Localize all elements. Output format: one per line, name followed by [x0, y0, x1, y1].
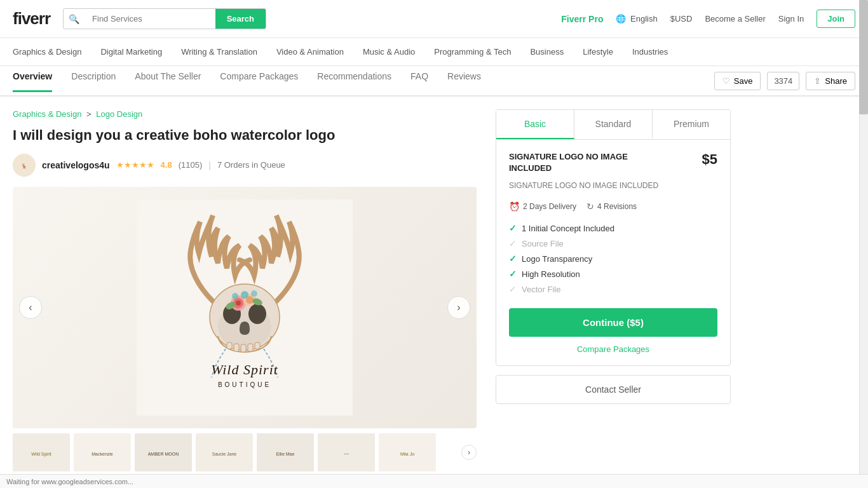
- main-content: Graphics & Design > Logo Design I will d…: [0, 97, 868, 471]
- nav-video-animation[interactable]: Video & Animation: [276, 47, 344, 57]
- svg-point-6: [248, 304, 266, 324]
- svg-text:AMBER MOON: AMBER MOON: [148, 452, 179, 456]
- join-button[interactable]: Join: [817, 10, 855, 28]
- nav-industries[interactable]: Industries: [632, 47, 668, 57]
- package-title: SIGNATURE LOGO NO IMAGE INCLUDED: [509, 151, 636, 174]
- thumbnail-2[interactable]: Mackenzie: [74, 433, 131, 471]
- nav-digital-marketing[interactable]: Digital Marketing: [100, 47, 162, 57]
- tab-recommendations[interactable]: Recommendations: [317, 71, 391, 92]
- svg-text:Ellie Mae: Ellie Mae: [276, 452, 295, 456]
- share-button[interactable]: ⇧ Share: [806, 72, 855, 90]
- seller-info: 🦌 creativelogos4u ★★★★★ 4.8 (1105) | 7 O…: [13, 154, 477, 177]
- svg-text:Mila Jo: Mila Jo: [400, 452, 414, 456]
- avatar: 🦌: [13, 154, 36, 177]
- tab-reviews[interactable]: Reviews: [447, 71, 481, 92]
- continue-button[interactable]: Continue ($5): [509, 308, 717, 337]
- package-features: ✓ 1 Initial Concept Included ✓ Source Fi…: [509, 220, 717, 297]
- feature-label: High Resolution: [522, 269, 580, 279]
- revisions-meta: ↻ 4 Revisions: [587, 201, 637, 212]
- svg-rect-10: [248, 344, 253, 351]
- tab-standard[interactable]: Standard: [574, 110, 653, 139]
- save-button[interactable]: ♡ Save: [714, 72, 761, 90]
- scrollbar-thumb[interactable]: [859, 0, 868, 114]
- refresh-icon: ↻: [587, 201, 594, 212]
- review-count[interactable]: (1105): [179, 160, 203, 170]
- tab-basic[interactable]: Basic: [496, 110, 574, 139]
- language-selector[interactable]: 🌐 English: [616, 14, 657, 24]
- svg-rect-7: [227, 342, 232, 349]
- package-meta: ⏰ 2 Days Delivery ↻ 4 Revisions: [509, 201, 717, 212]
- feature-transparency: ✓ Logo Transparency: [509, 251, 717, 266]
- search-icon: 🔍: [64, 14, 85, 24]
- thumbnails-next-button[interactable]: ›: [461, 445, 477, 460]
- search-button[interactable]: Search: [215, 9, 266, 29]
- separator: |: [208, 160, 211, 170]
- svg-text:Wild Spirit: Wild Spirit: [31, 452, 51, 457]
- seller-name[interactable]: creativelogos4u: [42, 160, 110, 170]
- breadcrumb: Graphics & Design > Logo Design: [13, 109, 477, 119]
- tab-about-seller[interactable]: About The Seller: [135, 71, 201, 92]
- carousel-main-image: Wild Spirit BOUTIQUE: [13, 187, 477, 428]
- breadcrumb-separator: >: [86, 109, 93, 119]
- tab-description[interactable]: Description: [71, 71, 116, 92]
- tab-overview[interactable]: Overview: [13, 71, 52, 92]
- nav-music-audio[interactable]: Music & Audio: [363, 47, 415, 57]
- currency-selector[interactable]: $USD: [670, 14, 693, 24]
- breadcrumb-parent[interactable]: Graphics & Design: [13, 109, 81, 119]
- carousel-next-button[interactable]: ›: [447, 296, 470, 319]
- thumbnail-strip: Wild Spirit Mackenzie AMBER MOON Saucie …: [13, 433, 477, 471]
- image-carousel: Wild Spirit BOUTIQUE ‹ ›: [13, 187, 477, 428]
- tab-faq[interactable]: FAQ: [410, 71, 428, 92]
- sub-nav-actions: ♡ Save 3374 ⇧ Share: [714, 72, 855, 90]
- svg-point-19: [241, 291, 248, 299]
- nav-graphics-design[interactable]: Graphics & Design: [13, 47, 81, 57]
- revisions-text: 4 Revisions: [597, 202, 637, 211]
- thumbnail-1[interactable]: Wild Spirit: [13, 433, 70, 471]
- thumbnail-5[interactable]: Ellie Mae: [257, 433, 314, 471]
- search-input[interactable]: [85, 9, 215, 29]
- header: fiverr 🔍 Search Fiverr Pro 🌐 English $US…: [0, 0, 868, 38]
- nav-writing-translation[interactable]: Writing & Translation: [181, 47, 257, 57]
- header-right: Fiverr Pro 🌐 English $USD Become a Selle…: [561, 10, 855, 28]
- logo: fiverr: [13, 9, 50, 29]
- svg-text:Mackenzie: Mackenzie: [92, 452, 113, 456]
- fiverr-pro-link[interactable]: Fiverr Pro: [561, 14, 603, 24]
- feature-source-file: ✓ Source File: [509, 236, 717, 251]
- tab-premium[interactable]: Premium: [653, 110, 730, 139]
- feature-concept: ✓ 1 Initial Concept Included: [509, 220, 717, 236]
- svg-rect-8: [234, 344, 239, 351]
- tab-compare-packages[interactable]: Compare Packages: [220, 71, 298, 92]
- left-panel: Graphics & Design > Logo Design I will d…: [13, 109, 496, 471]
- clock-icon: ⏰: [509, 201, 520, 212]
- nav-programming-tech[interactable]: Programming & Tech: [434, 47, 511, 57]
- svg-text:~~: ~~: [344, 452, 349, 456]
- svg-text:Saucie Jane: Saucie Jane: [212, 452, 237, 456]
- feature-label: Vector File: [522, 285, 560, 294]
- become-seller-link[interactable]: Become a Seller: [705, 14, 765, 24]
- nav-lifestyle[interactable]: Lifestyle: [583, 47, 613, 57]
- nav-business[interactable]: Business: [530, 47, 564, 57]
- compare-packages-link[interactable]: Compare Packages: [509, 344, 717, 354]
- packages-card: Basic Standard Premium SIGNATURE LOGO NO…: [496, 109, 731, 366]
- svg-rect-11: [255, 342, 260, 349]
- thumbnail-7[interactable]: Mila Jo: [379, 433, 436, 471]
- check-icon: ✓: [509, 269, 517, 279]
- carousel-prev-button[interactable]: ‹: [19, 296, 42, 319]
- feature-label: 1 Initial Concept Included: [522, 224, 614, 233]
- search-bar: 🔍 Search: [63, 8, 266, 29]
- right-panel: Basic Standard Premium SIGNATURE LOGO NO…: [496, 109, 731, 471]
- breadcrumb-child[interactable]: Logo Design: [96, 109, 142, 119]
- package-tabs: Basic Standard Premium: [496, 110, 730, 140]
- globe-icon: 🌐: [616, 14, 626, 24]
- package-body: SIGNATURE LOGO NO IMAGE INCLUDED $5 SIGN…: [496, 140, 730, 365]
- star-rating: ★★★★★: [116, 160, 154, 170]
- sign-in-link[interactable]: Sign In: [778, 14, 804, 24]
- contact-seller-button[interactable]: Contact Seller: [496, 375, 731, 404]
- thumbnail-3[interactable]: AMBER MOON: [135, 433, 192, 471]
- scrollbar-track[interactable]: [859, 0, 868, 471]
- thumbnail-4[interactable]: Saucie Jane: [196, 433, 253, 471]
- delivery-text: 2 Days Delivery: [523, 202, 576, 211]
- thumbnail-6[interactable]: ~~: [318, 433, 375, 471]
- main-nav: Graphics & Design Digital Marketing Writ…: [0, 38, 868, 66]
- feature-label: Logo Transparency: [522, 254, 592, 264]
